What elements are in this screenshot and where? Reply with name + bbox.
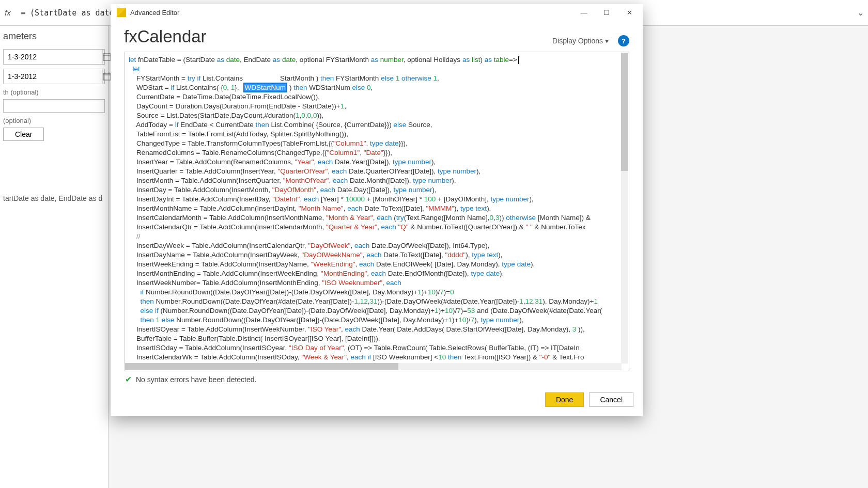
calendar-icon[interactable] xyxy=(102,69,111,84)
minimize-button[interactable]: — xyxy=(572,5,595,20)
window-title: Advanced Editor xyxy=(130,9,572,17)
svg-rect-4 xyxy=(103,73,111,80)
vertical-scrollbar-thumb[interactable] xyxy=(621,53,628,171)
parameters-panel: ameters th (optional) (optional) Clear xyxy=(0,26,109,488)
horizontal-scrollbar-track[interactable] xyxy=(125,363,622,370)
status-text: No syntax errors have been detected. xyxy=(136,375,256,384)
cancel-button[interactable]: Cancel xyxy=(589,392,633,407)
text-cursor xyxy=(518,56,519,64)
advanced-editor-dialog: Advanced Editor — ☐ ✕ fxCalendar Display… xyxy=(111,4,643,416)
start-date-input[interactable] xyxy=(4,50,102,64)
selected-text[interactable]: WDStartNum xyxy=(243,83,288,92)
display-options-dropdown[interactable]: Display Options ▾ xyxy=(552,37,609,45)
formula-hint: tartDate as date, EndDate as d xyxy=(0,191,109,206)
syntax-status: ✔ No syntax errors have been detected. xyxy=(124,371,629,389)
calendar-icon[interactable] xyxy=(102,50,111,64)
clear-button[interactable]: Clear xyxy=(3,128,44,141)
svg-rect-0 xyxy=(103,54,111,60)
fx-label: fx xyxy=(0,8,16,17)
check-icon: ✔ xyxy=(125,374,132,384)
title-bar: Advanced Editor — ☐ ✕ xyxy=(111,4,643,21)
horizontal-scrollbar-thumb[interactable] xyxy=(125,363,398,370)
code-text[interactable]: let fnDateTable = (StartDate as date, En… xyxy=(125,52,629,371)
done-button[interactable]: Done xyxy=(545,392,584,407)
query-name: fxCalendar xyxy=(124,27,207,46)
maximize-button[interactable]: ☐ xyxy=(595,5,618,20)
dialog-buttons: Done Cancel xyxy=(111,389,643,416)
code-editor[interactable]: let fnDateTable = (StartDate as date, En… xyxy=(124,52,629,371)
formula-expand-icon[interactable]: ⌄ xyxy=(853,8,868,18)
close-button[interactable]: ✕ xyxy=(618,5,641,20)
optional-month-input[interactable] xyxy=(3,99,105,113)
app-logo-icon xyxy=(117,8,126,17)
start-date-field[interactable] xyxy=(3,49,105,65)
help-icon[interactable]: ? xyxy=(618,35,629,46)
panel-title: ameters xyxy=(3,31,105,42)
vertical-scrollbar-track[interactable] xyxy=(621,53,628,364)
end-date-input[interactable] xyxy=(4,70,102,83)
optional-month-label: th (optional) xyxy=(3,88,105,96)
end-date-field[interactable] xyxy=(3,69,105,84)
optional-label: (optional) xyxy=(3,117,105,124)
